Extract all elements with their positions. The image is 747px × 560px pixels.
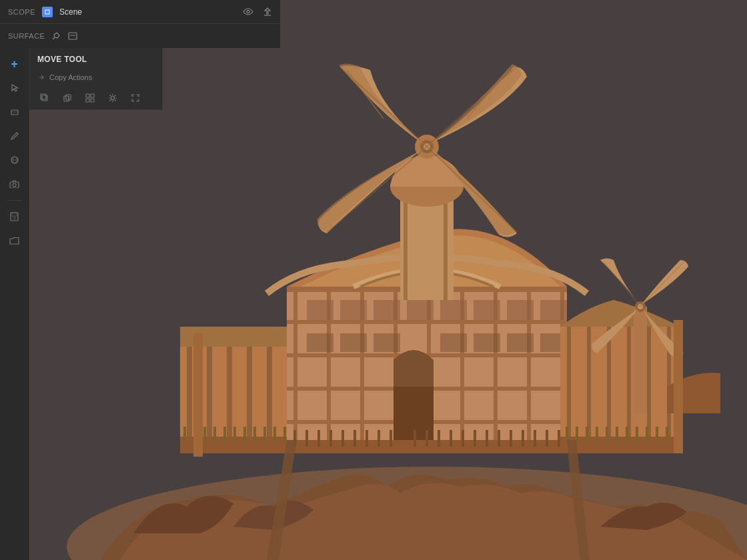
svg-rect-16 bbox=[213, 427, 216, 443]
expand-icon[interactable] bbox=[128, 91, 143, 105]
scope-label: SCOPE bbox=[8, 8, 35, 16]
copy-arrow-icon bbox=[37, 73, 45, 81]
svg-rect-49 bbox=[340, 333, 367, 352]
svg-rect-136 bbox=[41, 94, 46, 99]
copy-icon-2[interactable] bbox=[60, 91, 75, 105]
copy-icon-1[interactable] bbox=[37, 91, 52, 105]
svg-rect-90 bbox=[634, 307, 647, 413]
svg-rect-117 bbox=[558, 430, 560, 447]
svg-rect-109 bbox=[462, 430, 464, 447]
share-icon[interactable] bbox=[263, 7, 272, 17]
svg-rect-103 bbox=[378, 430, 380, 447]
svg-rect-5 bbox=[187, 347, 192, 440]
svg-rect-119 bbox=[674, 320, 683, 453]
svg-rect-143 bbox=[86, 99, 89, 102]
camera-icon[interactable] bbox=[4, 173, 25, 195]
svg-rect-68 bbox=[606, 427, 608, 443]
svg-rect-77 bbox=[444, 193, 448, 300]
svg-rect-48 bbox=[307, 333, 333, 352]
svg-rect-98 bbox=[317, 430, 320, 447]
svg-rect-133 bbox=[12, 213, 17, 216]
surface-bar: SURFACE bbox=[0, 24, 280, 48]
svg-rect-97 bbox=[305, 430, 308, 447]
svg-rect-53 bbox=[507, 333, 534, 352]
svg-rect-9 bbox=[267, 347, 272, 440]
select-icon[interactable] bbox=[4, 101, 25, 123]
svg-rect-141 bbox=[86, 94, 89, 97]
svg-rect-72 bbox=[646, 427, 648, 443]
move-tool-title: MOVE TOOL bbox=[37, 55, 87, 64]
svg-rect-142 bbox=[91, 94, 94, 97]
layers-icon[interactable] bbox=[67, 31, 78, 41]
scope-icons bbox=[243, 7, 272, 17]
svg-rect-101 bbox=[353, 430, 356, 447]
top-toolbar: SCOPE Scene SURFACE bbox=[0, 0, 280, 48]
move-tool-header: MOVE TOOL bbox=[29, 48, 162, 71]
svg-rect-67 bbox=[596, 427, 598, 443]
svg-point-131 bbox=[13, 183, 16, 187]
sidebar-separator-1 bbox=[7, 200, 23, 201]
svg-rect-17 bbox=[223, 427, 226, 443]
svg-rect-100 bbox=[341, 430, 344, 447]
copy-actions-row[interactable]: Copy Actions bbox=[29, 71, 162, 87]
scene-icon bbox=[42, 7, 53, 17]
move-tool-panel: MOVE TOOL Copy Actions bbox=[29, 48, 163, 110]
svg-rect-130 bbox=[10, 182, 19, 188]
svg-rect-40 bbox=[307, 300, 333, 320]
svg-rect-47 bbox=[540, 300, 567, 320]
pointer-icon[interactable] bbox=[4, 77, 25, 99]
svg-rect-112 bbox=[498, 430, 500, 447]
svg-rect-15 bbox=[203, 427, 206, 443]
surface-label: SURFACE bbox=[8, 32, 45, 40]
add-button[interactable]: + bbox=[4, 53, 25, 75]
svg-rect-105 bbox=[414, 430, 416, 447]
svg-rect-115 bbox=[534, 430, 536, 447]
svg-rect-116 bbox=[546, 430, 548, 447]
grid-icon[interactable] bbox=[83, 91, 97, 105]
svg-rect-66 bbox=[586, 427, 588, 443]
svg-rect-45 bbox=[474, 300, 500, 320]
svg-rect-104 bbox=[390, 430, 392, 447]
svg-rect-71 bbox=[636, 427, 638, 443]
svg-rect-99 bbox=[329, 430, 332, 447]
svg-rect-18 bbox=[233, 427, 236, 443]
svg-rect-51 bbox=[440, 333, 467, 352]
folder-icon[interactable] bbox=[4, 230, 25, 251]
svg-rect-118 bbox=[193, 333, 203, 457]
svg-rect-22 bbox=[273, 427, 276, 443]
save-icon[interactable] bbox=[4, 206, 25, 227]
svg-rect-69 bbox=[616, 427, 618, 443]
svg-rect-23 bbox=[283, 427, 286, 443]
svg-rect-8 bbox=[247, 347, 252, 440]
svg-rect-107 bbox=[438, 430, 440, 447]
copy-actions-label: Copy Actions bbox=[49, 73, 92, 81]
svg-rect-42 bbox=[374, 300, 400, 320]
svg-rect-46 bbox=[507, 300, 534, 320]
svg-rect-43 bbox=[407, 300, 434, 320]
svg-point-134 bbox=[13, 217, 16, 219]
eye-icon[interactable] bbox=[243, 8, 253, 15]
svg-rect-44 bbox=[440, 300, 467, 320]
svg-rect-21 bbox=[263, 427, 266, 443]
svg-rect-114 bbox=[522, 430, 524, 447]
svg-rect-144 bbox=[91, 99, 94, 102]
svg-rect-102 bbox=[365, 430, 368, 447]
svg-rect-6 bbox=[207, 347, 212, 440]
pen-icon[interactable] bbox=[4, 125, 25, 147]
svg-rect-52 bbox=[474, 333, 500, 352]
svg-rect-50 bbox=[374, 333, 400, 352]
svg-rect-135 bbox=[42, 95, 47, 101]
svg-rect-113 bbox=[510, 430, 512, 447]
svg-rect-41 bbox=[340, 300, 367, 320]
svg-rect-110 bbox=[474, 430, 476, 447]
svg-rect-73 bbox=[656, 427, 658, 443]
svg-point-145 bbox=[111, 97, 115, 100]
svg-rect-124 bbox=[70, 35, 75, 36]
gear-settings-icon[interactable] bbox=[105, 91, 120, 105]
svg-rect-108 bbox=[450, 430, 452, 447]
sphere-icon[interactable] bbox=[4, 149, 25, 171]
brush-icon[interactable] bbox=[51, 31, 61, 41]
svg-rect-74 bbox=[666, 427, 668, 443]
svg-rect-70 bbox=[626, 427, 628, 443]
svg-rect-111 bbox=[486, 430, 488, 447]
